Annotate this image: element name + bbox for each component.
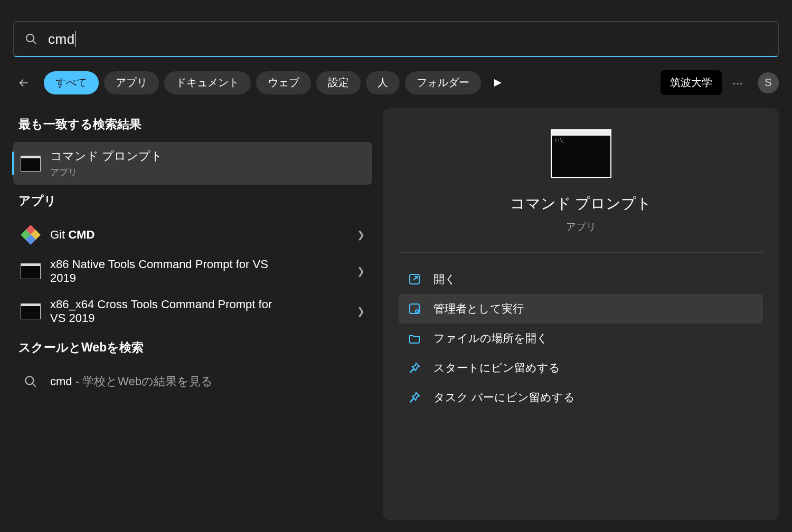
play-icon	[494, 79, 502, 87]
svg-point-4	[25, 376, 33, 384]
action-label: ファイルの場所を開く	[433, 331, 548, 346]
search-icon	[25, 33, 37, 45]
svg-point-0	[26, 34, 34, 42]
section-apps-heading: アプリ	[18, 193, 367, 209]
tab-label: ウェブ	[268, 75, 299, 90]
chevron-right-icon: ❯	[357, 306, 365, 317]
result-title: x86_x64 Cross Tools Command Prompt for V…	[50, 298, 282, 325]
svg-marker-3	[494, 79, 502, 87]
action-label: タスク バーにピン留めする	[433, 390, 575, 405]
tab-web[interactable]: ウェブ	[256, 71, 311, 94]
section-best-heading: 最も一致する検索結果	[18, 116, 367, 132]
git-icon	[21, 225, 41, 245]
open-icon	[407, 272, 422, 287]
tab-label: 人	[378, 75, 388, 90]
tab-label: フォルダー	[417, 75, 469, 90]
back-button[interactable]	[13, 72, 34, 93]
section-web-heading: スクールとWebを検索	[18, 339, 367, 356]
more-button[interactable]: ···	[727, 75, 748, 90]
org-chip[interactable]: 筑波大学	[661, 70, 722, 95]
action-pin-start[interactable]: スタートにピン留めする	[399, 353, 763, 383]
result-title: cmd - 学校とWebの結果を見る	[50, 374, 365, 390]
details-panel: コマンド プロンプト アプリ 開く 管理者として実行 ファイルの場所を開く ス	[383, 108, 779, 520]
chevron-right-icon: ❯	[357, 229, 365, 241]
user-avatar[interactable]: S	[758, 72, 779, 93]
result-title: コマンド プロンプト	[50, 148, 365, 164]
cmd-icon	[21, 154, 41, 174]
tab-label: ドキュメント	[176, 75, 239, 90]
pin-icon	[407, 360, 422, 375]
results-panel: 最も一致する検索結果 コマンド プロンプト アプリ アプリ Git CMD ❯	[13, 108, 372, 520]
shield-icon	[407, 301, 422, 316]
tab-apps[interactable]: アプリ	[104, 71, 159, 94]
action-open-location[interactable]: ファイルの場所を開く	[399, 324, 763, 353]
search-query: cmd	[48, 31, 75, 48]
action-open[interactable]: 開く	[399, 264, 763, 294]
filter-tabs: すべて アプリ ドキュメント ウェブ 設定 人 フォルダー 筑波大学 ··· S	[0, 68, 792, 108]
app-result-git-cmd[interactable]: Git CMD ❯	[13, 218, 372, 251]
tab-label: 設定	[328, 75, 349, 90]
tab-people[interactable]: 人	[366, 71, 400, 94]
search-icon	[21, 372, 41, 392]
text-cursor	[76, 31, 76, 47]
app-result-vs-x86-x64[interactable]: x86_x64 Cross Tools Command Prompt for V…	[13, 291, 372, 331]
action-label: 管理者として実行	[433, 301, 524, 316]
pin-icon	[407, 390, 422, 405]
cmd-icon	[21, 301, 41, 321]
result-category: アプリ	[50, 166, 365, 178]
folder-icon	[407, 331, 422, 346]
app-thumbnail	[551, 129, 611, 178]
tab-all[interactable]: すべて	[44, 71, 99, 94]
action-label: スタートにピン留めする	[433, 360, 560, 375]
tab-documents[interactable]: ドキュメント	[164, 71, 251, 94]
details-category: アプリ	[399, 220, 763, 234]
tab-settings[interactable]: 設定	[316, 71, 361, 94]
best-match-result[interactable]: コマンド プロンプト アプリ	[13, 142, 372, 185]
tab-folders[interactable]: フォルダー	[405, 71, 481, 94]
action-pin-taskbar[interactable]: タスク バーにピン留めする	[399, 383, 763, 412]
search-bar[interactable]: cmd	[13, 21, 779, 57]
app-result-vs-x86[interactable]: x86 Native Tools Command Prompt for VS 2…	[13, 251, 372, 291]
details-title: コマンド プロンプト	[399, 194, 763, 214]
divider	[399, 252, 763, 253]
tab-more-arrow[interactable]	[486, 71, 510, 94]
web-result[interactable]: cmd - 学校とWebの結果を見る	[13, 365, 372, 392]
cmd-icon	[21, 261, 41, 281]
result-title: x86 Native Tools Command Prompt for VS 2…	[50, 258, 272, 285]
action-run-as-admin[interactable]: 管理者として実行	[399, 294, 763, 324]
svg-line-1	[33, 41, 36, 44]
chevron-right-icon: ❯	[357, 265, 365, 277]
result-title: Git CMD	[50, 228, 357, 242]
tab-label: アプリ	[116, 75, 147, 90]
tab-label: すべて	[55, 75, 87, 90]
svg-line-5	[33, 384, 36, 387]
action-label: 開く	[433, 272, 456, 287]
